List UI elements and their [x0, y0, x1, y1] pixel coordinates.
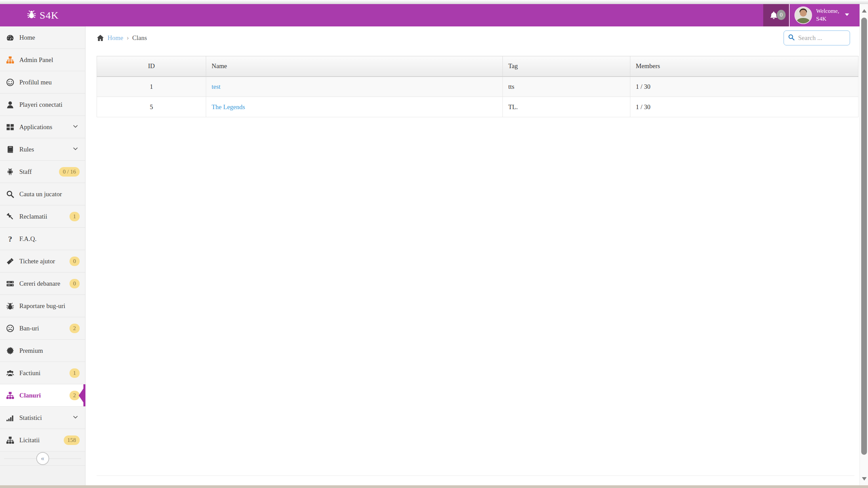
- sidebar-item-label: Licitatii: [19, 436, 40, 444]
- sidebar-item-label: Clanuri: [19, 392, 41, 399]
- column-header-members: Members: [630, 56, 859, 77]
- count-badge: 1: [70, 368, 80, 378]
- dashboard-icon: [6, 33, 15, 42]
- count-badge: 0: [70, 279, 80, 288]
- vertical-scrollbar[interactable]: [860, 4, 868, 488]
- sitemap-icon: [6, 56, 15, 64]
- sidebar-item-ban-uri[interactable]: Ban-uri2: [0, 317, 85, 340]
- sidebar-item-admin-panel[interactable]: Admin Panel: [0, 49, 85, 71]
- main-content: Home › Clans IDNameTagMembers 1testtts1 …: [86, 26, 860, 485]
- sitemap-icon: [6, 436, 15, 445]
- sidebar: HomeAdmin PanelProfilul meuPlayeri conec…: [0, 26, 85, 485]
- sidebar-item-applications[interactable]: Applications: [0, 116, 85, 138]
- scrollbar-thumb[interactable]: [861, 18, 867, 455]
- chevron-down-icon: [73, 146, 78, 153]
- frown-icon: [6, 324, 15, 333]
- count-badge: 0: [70, 257, 80, 266]
- caret-down-icon: [844, 12, 850, 19]
- sidebar-item-profilul-meu[interactable]: Profilul meu: [0, 71, 85, 94]
- sidebar-item-rules[interactable]: Rules: [0, 138, 85, 161]
- count-badge: 2: [70, 391, 80, 400]
- sidebar-collapse-button[interactable]: «: [36, 452, 49, 465]
- user-menu-button[interactable]: Welcome, S4K: [790, 4, 860, 26]
- sidebar-item-raportare-bug-uri[interactable]: Raportare bug-uri: [0, 295, 85, 317]
- sidebar-item-label: Rules: [19, 146, 34, 153]
- clan-id: 1: [97, 77, 206, 97]
- notification-count-badge: 0: [777, 10, 786, 20]
- column-header-tag: Tag: [503, 56, 630, 77]
- sidebar-item-label: Cauta un jucator: [19, 190, 62, 198]
- sidebar-item-licitatii[interactable]: Licitatii158: [0, 429, 85, 451]
- chevron-down-icon: [73, 414, 78, 421]
- sidebar-item-tichete-ajutor[interactable]: Tichete ajutor0: [0, 250, 85, 272]
- book-icon: [6, 145, 15, 154]
- active-item-arrow: [79, 388, 84, 403]
- bug-icon: [6, 302, 15, 310]
- angle-double-left-icon: «: [41, 454, 44, 462]
- welcome-text: Welcome, S4K: [816, 7, 839, 23]
- count-badge: 2: [70, 324, 80, 333]
- triangle-up-icon[interactable]: [860, 6, 868, 16]
- breadcrumb-separator: ›: [126, 34, 129, 42]
- avatar: [794, 6, 812, 24]
- column-header-name: Name: [206, 56, 503, 77]
- clan-tag: tts: [503, 77, 630, 97]
- sidebar-item-f-a-q[interactable]: ?F.A.Q.: [0, 228, 85, 250]
- sidebar-collapse-row: «: [0, 451, 85, 466]
- server-icon: [6, 279, 15, 288]
- footer-divider: [97, 475, 854, 476]
- sidebar-item-premium[interactable]: Premium: [0, 340, 85, 362]
- triangle-down-icon[interactable]: [860, 474, 868, 484]
- count-badge: 1: [70, 212, 80, 221]
- sidebar-item-label: Premium: [19, 347, 43, 354]
- notifications-button[interactable]: 0: [763, 4, 789, 26]
- window-top-edge: [0, 0, 868, 4]
- table-header-row: IDNameTagMembers: [97, 56, 859, 77]
- sidebar-item-label: F.A.Q.: [19, 235, 37, 243]
- seal-icon: [6, 346, 15, 355]
- clan-name-link[interactable]: The Legends: [212, 103, 245, 110]
- table-row: 5The LegendsTL.1 / 30: [97, 97, 859, 117]
- sidebar-item-staff[interactable]: Staff0 / 16: [0, 161, 85, 183]
- clan-name-link[interactable]: test: [212, 83, 220, 90]
- sidebar-item-statistici[interactable]: Statistici: [0, 407, 85, 429]
- sidebar-item-cauta-un-jucator[interactable]: Cauta un jucator: [0, 183, 85, 205]
- clan-name-cell: test: [206, 77, 503, 97]
- question-icon: ?: [6, 235, 15, 243]
- sidebar-item-playeri-conectati[interactable]: Playeri conectati: [0, 94, 85, 116]
- signal-icon: [6, 413, 15, 422]
- sidebar-item-home[interactable]: Home: [0, 26, 85, 49]
- android-icon: [6, 167, 15, 176]
- sidebar-item-label: Admin Panel: [19, 56, 53, 64]
- breadcrumb-home-link[interactable]: Home: [107, 34, 123, 42]
- home-icon: [97, 34, 104, 42]
- admin-page: S4K 0 Welcom: [0, 0, 868, 488]
- sidebar-item-cereri-debanare[interactable]: Cereri debanare0: [0, 272, 85, 295]
- sidebar-item-label: Applications: [19, 123, 52, 131]
- user-icon: [6, 100, 15, 109]
- chevron-down-icon: [73, 123, 78, 130]
- clan-members: 1 / 30: [630, 77, 859, 97]
- sidebar-item-label: Home: [19, 34, 35, 41]
- search-input[interactable]: [798, 34, 846, 42]
- clan-name-cell: The Legends: [206, 97, 503, 117]
- sitemap-icon: [6, 391, 15, 400]
- sidebar-item-label: Ban-uri: [19, 325, 39, 332]
- table-row: 1testtts1 / 30: [97, 77, 859, 97]
- sidebar-item-label: Factiuni: [19, 369, 40, 377]
- sidebar-item-clanuri[interactable]: Clanuri2: [0, 384, 85, 407]
- clan-members: 1 / 30: [630, 97, 859, 117]
- top-navbar: S4K 0 Welcom: [0, 4, 860, 26]
- sidebar-item-reclamatii[interactable]: Reclamatii1: [0, 205, 85, 228]
- bug-icon: [27, 9, 36, 21]
- sidebar-item-label: Tichete ajutor: [19, 258, 55, 265]
- users-icon: [6, 369, 15, 378]
- sidebar-item-label: Profilul meu: [19, 79, 52, 86]
- clans-table: IDNameTagMembers 1testtts1 / 305The Lege…: [97, 56, 859, 117]
- brand-logo[interactable]: S4K: [0, 4, 85, 26]
- count-badge: 158: [64, 435, 80, 445]
- sidebar-item-label: Playeri conectati: [19, 101, 62, 108]
- sidebar-item-factiuni[interactable]: Factiuni1: [0, 362, 85, 384]
- breadcrumb: Home › Clans: [97, 34, 147, 42]
- sidebar-item-label: Reclamatii: [19, 213, 47, 220]
